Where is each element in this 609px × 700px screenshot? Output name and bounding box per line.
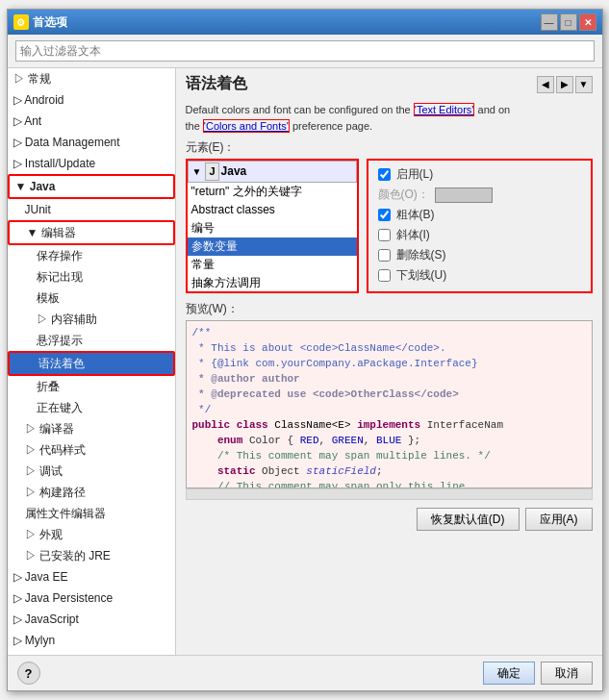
search-bar: [8, 35, 602, 68]
sidebar-item-android[interactable]: ▷ Android: [8, 89, 175, 111]
sidebar-item-appearance[interactable]: ▷ 外观: [8, 524, 175, 545]
nav-buttons: ◀ ▶ ▼: [537, 76, 593, 93]
action-bar: 恢复默认值(D) 应用(A): [176, 504, 602, 535]
code-line-1: /**: [192, 325, 586, 340]
title-bar-buttons: — □ ✕: [541, 13, 596, 31]
code-line-3: * {@link com.yourCompany.aPackage.Interf…: [192, 356, 586, 371]
java-badge: J: [205, 162, 218, 181]
sidebar-item-install[interactable]: ▷ Install/Update: [8, 153, 175, 174]
java-expand-icon: ▼: [192, 163, 202, 180]
sidebar-item-prop-editor[interactable]: 属性文件编辑器: [8, 503, 175, 524]
restore-defaults-button[interactable]: 恢复默认值(D): [417, 508, 520, 531]
sidebar-item-junit[interactable]: JUnit: [8, 199, 175, 220]
colors-fonts-link[interactable]: 'Colors and Fonts': [203, 119, 290, 133]
title-bar: ⚙ 首选项 — □ ✕: [8, 10, 602, 35]
code-line-7: public class ClassName<E> implements Int…: [192, 417, 586, 433]
sidebar-item-data-mgmt[interactable]: ▷ Data Management: [8, 132, 175, 153]
list-item-numbering[interactable]: 编号: [188, 219, 357, 238]
underline-row: 下划线(U): [378, 267, 581, 284]
elements-section: 元素(E)： ▼ J Java "return" 之外的关键字: [176, 139, 602, 297]
ok-button[interactable]: 确定: [483, 662, 535, 685]
sidebar-item-compiler[interactable]: ▷ 编译器: [8, 418, 175, 439]
list-item-abstract[interactable]: Abstract classes: [188, 201, 357, 219]
italic-checkbox[interactable]: [378, 229, 391, 241]
cancel-button[interactable]: 取消: [541, 662, 593, 685]
elements-row: ▼ J Java "return" 之外的关键字 Abstract classe…: [186, 159, 593, 293]
bold-checkbox[interactable]: [378, 209, 391, 221]
search-input[interactable]: [15, 40, 595, 62]
list-item-method[interactable]: 方法: [188, 292, 357, 293]
main-window: ⚙ 首选项 — □ ✕ ▷ 常规 ▷ Android ▷ Ant ▷ Data …: [7, 9, 603, 691]
sidebar-item-codestyle[interactable]: ▷ 代码样式: [8, 439, 175, 461]
list-item-abstract-method[interactable]: 抽象方法调用: [188, 274, 357, 292]
help-button[interactable]: ?: [17, 662, 40, 685]
preview-hscroll[interactable]: [186, 488, 593, 500]
window-icon: ⚙: [13, 14, 29, 30]
strikethrough-label: 删除线(S): [396, 247, 446, 263]
minimize-button[interactable]: —: [541, 13, 558, 31]
code-line-11: // This comment may span only this line: [192, 479, 586, 488]
code-line-2: * This is about <code>ClassName</code>.: [192, 340, 586, 356]
code-line-8: enum Color { RED, GREEN, BLUE };: [192, 433, 586, 448]
sidebar-item-java[interactable]: ▼ Java: [8, 174, 175, 199]
maximize-button[interactable]: □: [560, 13, 577, 31]
bottom-bar: ? 确定 取消: [8, 655, 602, 690]
sidebar: ▷ 常规 ▷ Android ▷ Ant ▷ Data Management ▷…: [8, 68, 176, 655]
color-row: 颜色(O)：: [378, 187, 581, 203]
sidebar-item-content-assist[interactable]: ▷ 内容辅助: [8, 309, 175, 330]
content-area: ▷ 常规 ▷ Android ▷ Ant ▷ Data Management ▷…: [8, 35, 602, 655]
sidebar-item-ant[interactable]: ▷ Ant: [8, 111, 175, 132]
color-picker-box[interactable]: [435, 188, 493, 203]
sidebar-item-editor[interactable]: ▼ 编辑器: [8, 220, 175, 245]
confirm-buttons: 确定 取消: [483, 662, 593, 685]
sidebar-item-mylyn[interactable]: ▷ Mylyn: [8, 630, 175, 651]
list-item-keywords[interactable]: "return" 之外的关键字: [188, 183, 357, 201]
sidebar-item-save-action[interactable]: 保存操作: [8, 245, 175, 266]
sidebar-item-general[interactable]: ▷ 常规: [8, 68, 175, 89]
sidebar-item-installed-jre[interactable]: ▷ 已安装的 JRE: [8, 545, 175, 566]
bottom-left: ?: [17, 662, 40, 685]
list-item-const[interactable]: 常量: [188, 256, 357, 274]
page-title: 语法着色: [186, 74, 247, 94]
code-line-5: * @deprecated use <code>OtherClass</code…: [192, 387, 586, 402]
code-line-9: /* This comment may span multiple lines.…: [192, 448, 586, 463]
elements-list: ▼ J Java "return" 之外的关键字 Abstract classe…: [188, 161, 357, 293]
enable-row: 启用(L): [378, 166, 581, 183]
elements-java-header[interactable]: ▼ J Java: [188, 161, 357, 183]
underline-label: 下划线(U): [396, 267, 447, 284]
description: Default colors and font can be configure…: [176, 98, 602, 139]
sidebar-item-mark-occur[interactable]: 标记出现: [8, 266, 175, 288]
sidebar-item-debug[interactable]: ▷ 调试: [8, 461, 175, 482]
nav-dropdown-button[interactable]: ▼: [575, 76, 593, 93]
enable-label: 启用(L): [396, 166, 434, 183]
options-panel: 启用(L) 颜色(O)： 粗体(B): [367, 159, 593, 293]
sidebar-item-javaee[interactable]: ▷ Java EE: [8, 566, 175, 588]
sidebar-item-type-input[interactable]: 正在键入: [8, 397, 175, 418]
bold-row: 粗体(B): [378, 207, 581, 223]
sidebar-item-javascript[interactable]: ▷ JavaScript: [8, 609, 175, 630]
apply-button[interactable]: 应用(A): [525, 508, 593, 531]
nav-back-button[interactable]: ◀: [537, 76, 554, 93]
color-label: 颜色(O)：: [378, 187, 429, 203]
code-line-6: */: [192, 402, 586, 417]
sidebar-item-folding[interactable]: 折叠: [8, 376, 175, 397]
close-button[interactable]: ✕: [579, 13, 596, 31]
sidebar-item-syntax-color[interactable]: 语法着色: [8, 351, 175, 376]
sidebar-item-hover[interactable]: 悬浮提示: [8, 330, 175, 351]
sidebar-item-java-persistence[interactable]: ▷ Java Persistence: [8, 588, 175, 609]
sidebar-item-template[interactable]: 模板: [8, 288, 175, 309]
elements-label: 元素(E)：: [186, 139, 593, 156]
nav-forward-button[interactable]: ▶: [556, 76, 573, 93]
strikethrough-checkbox[interactable]: [378, 249, 391, 262]
enable-checkbox[interactable]: [378, 168, 391, 181]
text-editors-link[interactable]: 'Text Editors': [414, 103, 475, 116]
sidebar-item-buildpath[interactable]: ▷ 构建路径: [8, 482, 175, 503]
right-pane: 语法着色 ◀ ▶ ▼ Default colors and font can b…: [176, 68, 602, 655]
italic-row: 斜体(I): [378, 227, 581, 243]
list-item-param-var[interactable]: 参数变量: [188, 238, 357, 256]
underline-checkbox[interactable]: [378, 269, 391, 282]
preview-code[interactable]: /** * This is about <code>ClassName</cod…: [186, 320, 593, 488]
title-bar-title: ⚙ 首选项: [13, 14, 67, 31]
italic-label: 斜体(I): [396, 227, 430, 243]
main-pane: ▷ 常规 ▷ Android ▷ Ant ▷ Data Management ▷…: [8, 68, 602, 655]
